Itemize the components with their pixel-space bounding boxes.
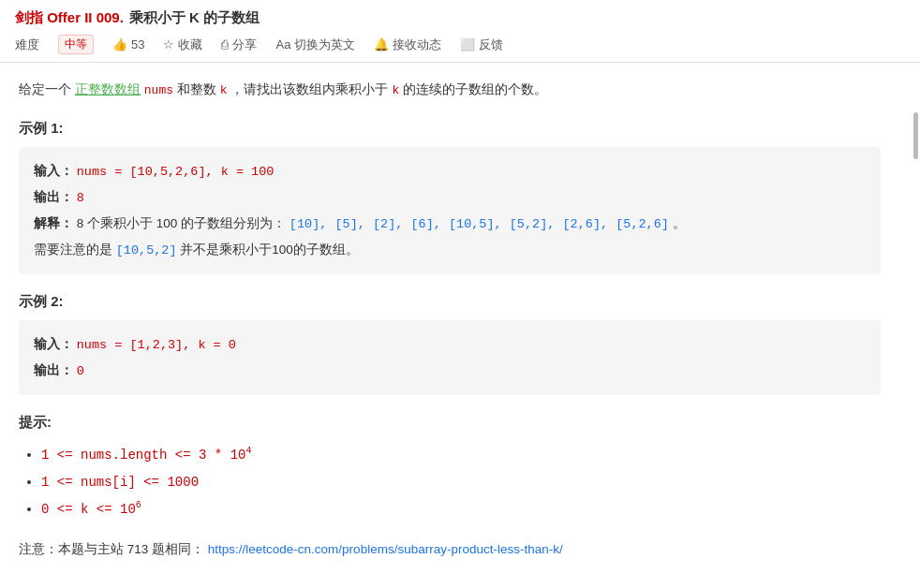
desc-prefix: 给定一个: [19, 81, 71, 96]
title-row: 剑指 Offer II 009. 乘积小于 K 的子数组: [15, 9, 905, 27]
example1-output-val: 8: [77, 191, 84, 205]
top-bar: 剑指 Offer II 009. 乘积小于 K 的子数组 难度 中等 👍 53 …: [0, 0, 920, 63]
collect-label: 收藏: [178, 37, 202, 53]
example2-output-label: 输出：: [34, 363, 73, 377]
actions-row: 难度 中等 👍 53 ☆ 收藏 ⎙ 分享 Aa 切换为英文 🔔 接收动态 ⬜ 反…: [15, 35, 905, 54]
note-prefix: 注意：本题与主站 713 题相同：: [19, 542, 204, 556]
example1-input-row: 输入： nums = [10,5,2,6], k = 100: [34, 158, 866, 184]
example1-explain-end: 。: [673, 216, 686, 230]
main-content: 给定一个 正整数数组 nums 和整数 k ，请找出该数组内乘积小于 k 的连续…: [0, 63, 899, 588]
example2-title: 示例 2:: [19, 293, 881, 311]
feedback-icon: ⬜: [460, 37, 475, 51]
example2-input-val: nums = [1,2,3], k = 0: [77, 338, 236, 352]
problem-prefix: 剑指 Offer II 009.: [15, 9, 124, 27]
note-row: 注意：本题与主站 713 题相同： https://leetcode-cn.co…: [19, 541, 881, 558]
like-button[interactable]: 👍 53: [112, 37, 144, 51]
scrollbar-thumb[interactable]: [913, 112, 918, 159]
hint-item-3-text: 0 <= k <= 106: [41, 502, 141, 517]
desc-mid: 和整数: [177, 81, 216, 96]
example1-note-label: 需要注意的是: [34, 243, 112, 257]
note-link[interactable]: https://leetcode-cn.com/problems/subarra…: [208, 542, 563, 556]
star-icon: ☆: [163, 37, 174, 51]
feedback-button[interactable]: ⬜ 反馈: [460, 37, 503, 53]
example1-box: 输入： nums = [10,5,2,6], k = 100 输出： 8 解释：…: [19, 147, 881, 274]
collect-button[interactable]: ☆ 收藏: [163, 37, 202, 53]
example2-box: 输入： nums = [1,2,3], k = 0 输出： 0: [19, 320, 881, 395]
translate-button[interactable]: Aa 切换为英文: [275, 37, 355, 53]
hint-list: 1 <= nums.length <= 3 * 104 1 <= nums[i]…: [19, 441, 881, 522]
example1-input-val: nums = [10,5,2,6], k = 100: [77, 165, 275, 179]
hint-item-1: 1 <= nums.length <= 3 * 104: [41, 441, 881, 468]
feedback-label: 反馈: [479, 37, 503, 53]
example1-output-label: 输出：: [34, 190, 73, 204]
example1-explain-label: 解释：: [34, 216, 73, 230]
share-icon: ⎙: [221, 37, 229, 51]
difficulty-badge: 中等: [58, 35, 94, 54]
desc-code1: nums: [144, 83, 173, 97]
example1-explain-text: 8 个乘积小于 100 的子数组分别为：: [77, 216, 286, 230]
like-count: 53: [131, 37, 144, 51]
like-icon: 👍: [112, 37, 127, 51]
translate-icon: Aa: [275, 37, 290, 51]
subscribe-button[interactable]: 🔔 接收动态: [374, 37, 441, 53]
share-label: 分享: [232, 37, 257, 53]
desc-highlight: 正整数数组: [75, 81, 141, 96]
translate-label: 切换为英文: [294, 37, 355, 53]
hint-item-3: 0 <= k <= 106: [41, 495, 881, 522]
hint-item-2-text: 1 <= nums[i] <= 1000: [41, 475, 199, 490]
example1-explain-row: 解释： 8 个乘积小于 100 的子数组分别为： [10], [5], [2],…: [34, 211, 866, 237]
example2-input-label: 输入：: [34, 337, 73, 351]
subscribe-label: 接收动态: [393, 37, 441, 53]
example1-title: 示例 1:: [19, 120, 881, 138]
example1-explain-arrays: [10], [5], [2], [6], [10,5], [5,2], [2,6…: [289, 217, 669, 231]
example1-note-row: 需要注意的是 [10,5,2] 并不是乘积小于100的子数组。: [34, 237, 866, 263]
problem-title: 乘积小于 K 的子数组: [129, 9, 260, 27]
example2-output-val: 0: [77, 364, 84, 378]
share-button[interactable]: ⎙ 分享: [221, 37, 257, 53]
desc-code2: k: [220, 83, 228, 97]
example2-input-row: 输入： nums = [1,2,3], k = 0: [34, 331, 866, 358]
hint-item-2: 1 <= nums[i] <= 1000: [41, 468, 881, 495]
example2-output-row: 输出： 0: [34, 358, 866, 384]
desc-suffix: ，请找出该数组内乘积小于: [230, 81, 388, 96]
problem-description: 给定一个 正整数数组 nums 和整数 k ，请找出该数组内乘积小于 k 的连续…: [19, 78, 881, 101]
example1-note-code: [10,5,2]: [116, 243, 177, 257]
example1-output-row: 输出： 8: [34, 184, 866, 211]
difficulty-label: 难度: [15, 37, 39, 53]
bell-icon: 🔔: [374, 37, 389, 51]
example1-note-text: 并不是乘积小于100的子数组。: [180, 243, 359, 257]
hint-item-1-text: 1 <= nums.length <= 3 * 104: [41, 448, 251, 463]
hints-title: 提示:: [19, 414, 881, 432]
desc-end: 的连续的子数组的个数。: [403, 81, 547, 96]
example1-input-label: 输入：: [34, 164, 73, 178]
desc-code3: k: [392, 83, 399, 97]
